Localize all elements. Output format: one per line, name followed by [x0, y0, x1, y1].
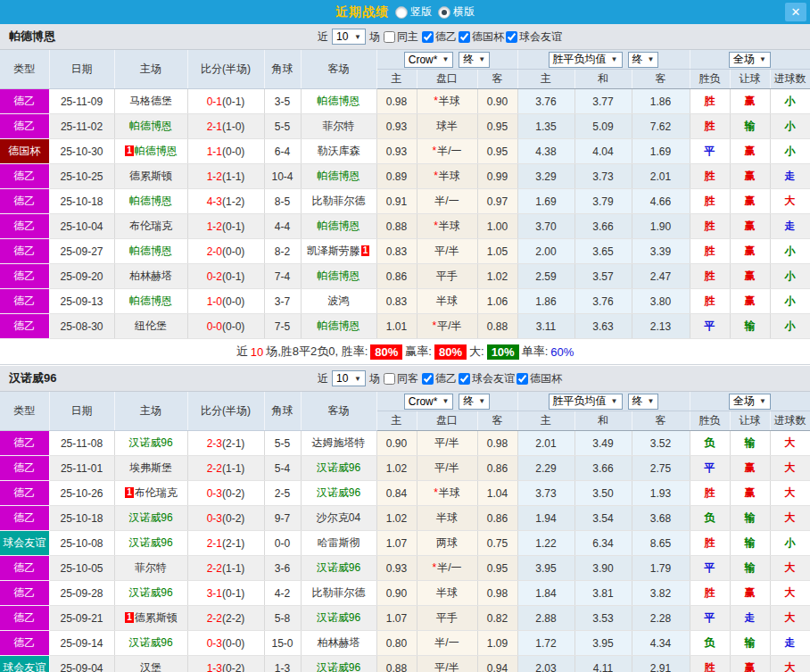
col-corner: 角球	[264, 50, 301, 89]
away-team-name[interactable]: 帕德博恩	[318, 170, 360, 182]
avg-home-odds: 1.86	[517, 289, 574, 314]
radio-vertical-icon[interactable]	[395, 6, 408, 19]
league-filter[interactable]: 德国杯	[459, 29, 504, 45]
away-team-name[interactable]: 帕德博恩	[318, 95, 360, 107]
home-team-name[interactable]: 柏林赫塔	[129, 270, 172, 282]
home-team-name[interactable]: 汉诺威96	[128, 636, 172, 649]
corner-score: 9-7	[264, 506, 301, 531]
avg-value: 胜平负均值	[553, 394, 607, 409]
same-venue-label: 同主	[397, 29, 418, 45]
home-team-name[interactable]: 帕德博恩	[129, 295, 172, 307]
home-team-name[interactable]: 帕德博恩	[129, 120, 172, 132]
avg-final-select[interactable]: 终▼	[628, 52, 659, 68]
same-venue-checkbox[interactable]	[384, 31, 395, 43]
match-date: 25-10-18	[49, 506, 114, 531]
away-team-name[interactable]: 勒沃库森	[318, 145, 360, 157]
away-team-name[interactable]: 汉诺威96	[317, 611, 360, 624]
match-date: 25-09-14	[49, 631, 114, 656]
avg-select[interactable]: 胜平负均值▼	[549, 394, 623, 410]
home-team-cell: 汉诺威96	[114, 431, 187, 456]
layout-horizontal-option[interactable]: 横版	[438, 4, 475, 20]
away-team-name[interactable]: 帕德博恩	[318, 319, 360, 332]
home-team-name[interactable]: 菲尔特	[135, 561, 167, 574]
home-team-name[interactable]: 马格德堡	[129, 95, 172, 107]
handicap-final-select[interactable]: 终▼	[459, 52, 490, 68]
league-filter[interactable]: 球会友谊	[506, 29, 562, 45]
away-team-name[interactable]: 比勒菲尔德	[312, 195, 366, 207]
bookmaker-select[interactable]: Crow*▼	[404, 394, 454, 410]
fullmatch-select[interactable]: 全场▼	[729, 394, 771, 410]
layout-vertical-option[interactable]: 竖版	[395, 4, 432, 20]
avg-select[interactable]: 胜平负均值▼	[549, 52, 623, 68]
home-team-name[interactable]: 布伦瑞克	[135, 486, 178, 499]
table-head-0: 类型 日期 主场 比分(半场) 角球 客场 Crow*▼ 终▼ 胜平负均	[0, 50, 810, 89]
handicap-line-text: 半球	[436, 586, 458, 599]
away-team-name[interactable]: 汉诺威96	[317, 461, 360, 474]
radio-horizontal-icon[interactable]	[438, 6, 450, 19]
away-team-cell: 汉诺威96	[301, 456, 376, 481]
away-team-cell: 汉诺威96	[301, 481, 376, 506]
same-venue-filter[interactable]: 同主	[384, 29, 418, 45]
league-filters-0: 德乙德国杯球会友谊	[422, 29, 562, 45]
corner-score: 10-4	[264, 164, 301, 189]
away-team-name[interactable]: 菲尔特	[323, 120, 355, 132]
league-checkbox[interactable]	[422, 31, 434, 43]
home-team-name[interactable]: 汉诺威96	[128, 436, 172, 449]
halftime-score: (2-1)	[222, 537, 244, 550]
away-team-name[interactable]: 帕德博恩	[318, 270, 360, 282]
league-checkbox[interactable]	[459, 373, 470, 385]
league-checkbox[interactable]	[517, 373, 528, 385]
away-team-name[interactable]: 哈雷斯彻	[318, 536, 360, 549]
match-row: 德乙25-09-27帕德博恩2-0(0-0)8-2凯泽斯劳滕10.83平/半1.…	[0, 239, 810, 264]
avg-final-select[interactable]: 终▼	[628, 394, 659, 410]
handicap-final-select[interactable]: 终▼	[459, 394, 490, 410]
league-filter[interactable]: 德乙	[422, 371, 457, 386]
corner-score: 5-5	[264, 431, 301, 456]
home-team-name[interactable]: 汉诺威96	[128, 511, 172, 524]
home-team-name[interactable]: 纽伦堡	[135, 319, 167, 332]
same-venue-filter[interactable]: 同客	[384, 371, 418, 386]
handicap-away-odds: 1.05	[477, 239, 517, 264]
same-venue-checkbox[interactable]	[384, 373, 395, 385]
fulltime-score: 2-0	[207, 245, 222, 258]
away-team-name[interactable]: 汉诺威96	[317, 561, 360, 574]
fullmatch-select[interactable]: 全场▼	[729, 52, 771, 68]
home-team-name[interactable]: 德累斯顿	[129, 170, 172, 182]
handicap-home-odds: 1.07	[376, 606, 417, 631]
handicap-home-odds: 0.89	[376, 164, 417, 189]
league-checkbox[interactable]	[422, 373, 434, 385]
away-team-name[interactable]: 柏林赫塔	[318, 636, 360, 649]
result-handicap: 赢	[730, 264, 770, 289]
bookmaker-select[interactable]: Crow*▼	[404, 52, 454, 68]
home-team-name[interactable]: 德累斯顿	[135, 611, 178, 624]
away-team-name[interactable]: 比勒菲尔德	[312, 586, 366, 599]
home-team-name[interactable]: 汉诺威96	[128, 536, 172, 549]
league-checkbox[interactable]	[506, 31, 517, 43]
star-mark: *	[434, 486, 438, 499]
away-team-name[interactable]: 汉诺威96	[317, 661, 360, 672]
recent-count-select[interactable]: 10▼	[332, 370, 366, 386]
away-team-name[interactable]: 波鸿	[328, 295, 350, 307]
league-filter[interactable]: 德国杯	[517, 371, 562, 386]
league-checkbox[interactable]	[459, 31, 470, 43]
league-filter[interactable]: 球会友谊	[459, 371, 515, 386]
league-filter[interactable]: 德乙	[422, 29, 457, 45]
home-team-name[interactable]: 帕德博恩	[129, 195, 172, 207]
away-team-name[interactable]: 达姆施塔特	[312, 436, 366, 449]
away-team-name[interactable]: 帕德博恩	[318, 220, 360, 232]
close-button[interactable]: ✕	[785, 3, 806, 21]
away-team-name[interactable]: 凯泽斯劳滕	[307, 245, 360, 257]
home-team-name[interactable]: 帕德博恩	[129, 245, 172, 257]
away-team-name[interactable]: 沙尔克04	[317, 511, 360, 524]
final-value: 终	[632, 52, 643, 67]
handicap-home-odds: 1.02	[376, 456, 417, 481]
home-team-name[interactable]: 埃弗斯堡	[129, 461, 172, 474]
home-team-name[interactable]: 帕德博恩	[135, 145, 178, 157]
home-team-name[interactable]: 汉诺威96	[128, 586, 172, 599]
result-wdl: 胜	[690, 164, 730, 189]
avg-away-odds: 2.01	[632, 164, 690, 189]
away-team-name[interactable]: 汉诺威96	[317, 486, 360, 499]
home-team-name[interactable]: 汉堡	[140, 661, 161, 672]
home-team-name[interactable]: 布伦瑞克	[129, 220, 172, 232]
recent-count-select[interactable]: 10▼	[332, 29, 366, 45]
